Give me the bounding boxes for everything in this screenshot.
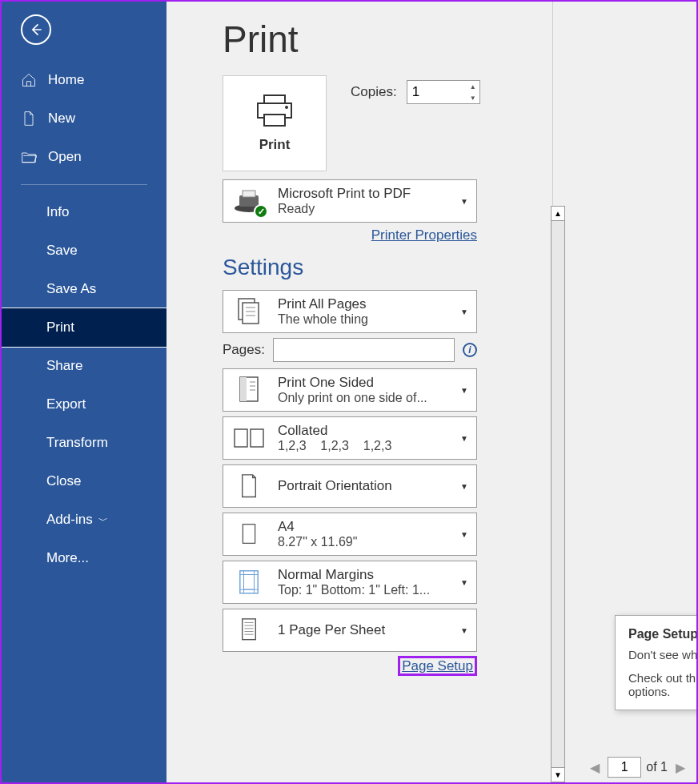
chevron-down-icon: ﹀ [96,515,108,526]
svg-rect-6 [243,191,255,197]
sidebar-item-print[interactable]: Print [2,308,166,347]
chevron-down-icon: ▼ [460,578,468,587]
sidebar-label: Open [48,149,82,165]
sidebar-item-addins[interactable]: Add-ins ﹀ [2,501,166,539]
info-icon[interactable]: i [463,343,477,357]
chevron-down-icon: ▼ [460,434,468,443]
printer-icon [255,94,295,127]
next-page-button[interactable]: ▶ [672,760,688,775]
svg-rect-26 [243,619,256,640]
per-sheet-icon [239,617,259,642]
scroll-up-button[interactable]: ▲ [552,207,564,221]
page-nav-footer: ◀ of 1 ▶ [587,757,688,778]
tooltip-title: Page Setup [628,627,698,641]
preview-scrollbar[interactable]: ▲ ▼ [551,206,565,782]
sidebar-item-transform[interactable]: Transform [2,424,166,462]
sidebar-item-save[interactable]: Save [2,231,166,270]
chevron-down-icon: ▼ [460,530,468,539]
back-button[interactable] [21,14,51,45]
check-icon [254,204,268,219]
collate-icon [233,426,265,450]
page-setup-link[interactable]: Page Setup [398,656,477,676]
copies-label: Copies: [351,84,397,100]
paper-size-dropdown[interactable]: A4 8.27" x 11.69" ▼ [223,513,477,556]
chevron-down-icon: ▼ [460,197,468,206]
copies-spinbox[interactable]: ▲ ▼ [407,80,480,104]
spin-down[interactable]: ▼ [467,92,479,103]
printer-name: Microsoft Print to PDF [278,186,468,202]
printer-status: Ready [278,202,468,216]
chevron-down-icon: ▼ [460,308,468,316]
copies-input[interactable] [407,84,463,100]
svg-rect-2 [264,115,285,126]
portrait-icon [239,473,259,498]
main-content: Print Print Copies: [166,2,696,782]
sidebar-item-info[interactable]: Info [2,193,166,231]
printer-properties-link[interactable]: Printer Properties [371,227,477,243]
orientation-dropdown[interactable]: Portrait Orientation ▼ [223,464,477,508]
sidebar-item-more[interactable]: More... [2,539,166,577]
prev-page-button[interactable]: ◀ [587,760,603,775]
printer-dropdown[interactable]: Microsoft Print to PDF Ready ▼ [223,179,477,223]
svg-point-3 [285,106,288,109]
svg-rect-19 [243,524,255,543]
one-sided-icon [237,376,261,404]
svg-rect-17 [235,429,247,447]
svg-rect-18 [251,429,263,447]
tooltip-line2: Check out the full set of page formattin… [628,671,698,698]
page-title: Print [223,18,536,61]
pages-label: Pages: [223,342,265,358]
new-doc-icon [21,111,37,127]
page-setup-tooltip: Page Setup Don't see what you're looking… [615,615,698,710]
pages-icon [237,297,261,326]
sidebar-item-new[interactable]: New [2,99,166,138]
page-number-input[interactable] [608,757,641,778]
sidebar-separator [21,184,147,185]
per-sheet-dropdown[interactable]: 1 Page Per Sheet ▼ [223,609,477,652]
sides-dropdown[interactable]: Print One Sided Only print on one side o… [223,368,477,412]
sidebar-item-save-as[interactable]: Save As [2,270,166,308]
sidebar-item-home[interactable]: Home [2,61,166,99]
print-what-dropdown[interactable]: Print All Pages The whole thing ▼ [223,290,477,333]
folder-open-icon [21,149,37,165]
svg-rect-13 [240,377,247,401]
paper-icon [240,523,258,546]
home-icon [21,72,37,88]
svg-rect-0 [264,95,285,103]
scroll-down-button[interactable]: ▼ [552,767,564,782]
print-button-label: Print [259,137,291,153]
pages-input[interactable] [273,338,455,362]
settings-heading: Settings [223,255,536,280]
collate-dropdown[interactable]: Collated 1,2,3 1,2,3 1,2,3 ▼ [223,416,477,460]
svg-rect-8 [243,303,259,324]
chevron-down-icon: ▼ [460,386,468,395]
sidebar-item-share[interactable]: Share [2,347,166,385]
backstage-sidebar: Home New Open Info Save Save As Print Sh… [2,2,166,782]
spin-up[interactable]: ▲ [467,81,479,92]
sidebar-label: Home [48,72,84,88]
page-total: of 1 [646,760,668,774]
sidebar-label: New [48,111,75,127]
sidebar-item-open[interactable]: Open [2,138,166,176]
print-button[interactable]: Print [223,75,327,171]
margins-dropdown[interactable]: Normal Margins Top: 1" Bottom: 1" Left: … [223,561,477,604]
sidebar-item-close[interactable]: Close [2,462,166,501]
margins-icon [238,569,260,596]
chevron-down-icon: ▼ [460,482,468,491]
sidebar-item-export[interactable]: Export [2,385,166,424]
tooltip-line1: Don't see what you're looking for? [628,648,698,661]
arrow-left-icon [28,22,44,38]
chevron-down-icon: ▼ [460,626,468,635]
